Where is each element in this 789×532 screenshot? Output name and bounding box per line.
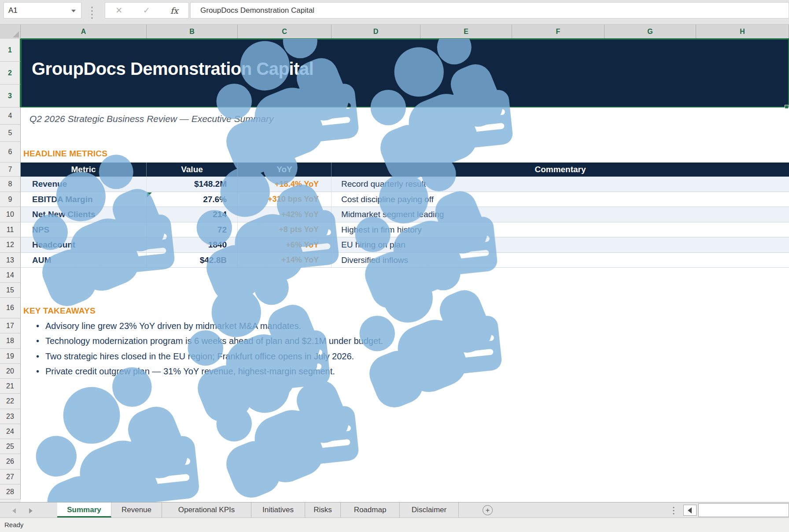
commentary-cell[interactable]: Diversified inflows [332,253,789,267]
column-header-F[interactable]: F [512,25,605,38]
row-header-4[interactable]: 4 [0,107,21,125]
list-item: •Advisory line grew 23% YoY driven by mi… [21,318,789,333]
table-row[interactable]: Revenue$148.2M+18.4% YoYRecord quarterly… [21,177,789,192]
row-header-5[interactable]: 5 [0,125,21,142]
formula-bar-grip[interactable] [91,6,93,19]
row-header-6[interactable]: 6 [0,142,21,163]
commentary-cell[interactable]: Cost discipline paying off [332,192,789,207]
row-header-20[interactable]: 20 [0,364,21,379]
metric-cell[interactable]: EBITDA Margin [21,192,147,207]
row-header-24[interactable]: 24 [0,424,21,439]
row-header-21[interactable]: 21 [0,379,21,394]
table-header-value: Value [147,163,238,177]
selection-border [21,39,789,107]
horizontal-scrollbar[interactable] [698,503,789,517]
yoy-cell[interactable]: +6% YoY [238,237,332,252]
row-header-23[interactable]: 23 [0,409,21,424]
yoy-cell[interactable]: +14% YoY [238,253,332,267]
column-header-A[interactable]: A [21,25,147,38]
row-header-3[interactable]: 3 [0,85,21,107]
value-cell[interactable]: 72 [147,222,238,237]
row-header-2[interactable]: 2 [0,62,21,85]
column-header-B[interactable]: B [147,25,238,38]
commentary-cell[interactable]: Record quarterly result [332,177,789,192]
table-row[interactable]: EBITDA Margin27.6%+310 bps YoYCost disci… [21,192,789,207]
row-header-7[interactable]: 7 [0,163,21,177]
fill-handle[interactable] [785,105,789,109]
row-header-26[interactable]: 26 [0,454,21,469]
row-header-22[interactable]: 22 [0,394,21,409]
name-box-dropdown-icon[interactable] [71,10,76,12]
row-header-12[interactable]: 12 [0,237,21,253]
value-cell[interactable]: $42.8B [147,253,238,267]
value-cell[interactable]: 214 [147,207,238,222]
add-sheet-button[interactable]: + [483,505,493,515]
row-header-16[interactable]: 16 [0,298,21,318]
metric-cell[interactable]: AUM [21,253,147,267]
bullet-icon: • [36,318,39,333]
row-header-17[interactable]: 17 [0,318,21,333]
tab-risks[interactable]: Risks [305,502,341,517]
yoy-cell[interactable]: +310 bps YoY [238,192,332,207]
takeaway-text: Two strategic hires closed in the EU reg… [45,349,354,364]
yoy-cell[interactable]: +18.4% YoY [238,177,332,192]
metric-cell[interactable]: Net New Clients [21,207,147,222]
table-row[interactable]: NPS72+8 pts YoYHighest in firm history [21,222,789,237]
yoy-cell[interactable]: +8 pts YoY [238,222,332,237]
metric-cell[interactable]: Revenue [21,177,147,192]
tab-operational-kpis[interactable]: Operational KPIs [162,502,251,517]
table-header-yoy: YoY [238,163,332,177]
table-row[interactable]: AUM$42.8B+14% YoYDiversified inflows [21,253,789,268]
column-header-E[interactable]: E [420,25,512,38]
hscroll-left-button[interactable] [683,505,697,516]
tab-roadmap[interactable]: Roadmap [341,502,400,517]
commentary-cell[interactable]: Highest in firm history [332,222,789,237]
tabbar-splitter-icon[interactable] [673,506,675,515]
table-row[interactable]: Net New Clients214+42% YoYMidmarket segm… [21,207,789,222]
tab-summary[interactable]: Summary [57,502,111,517]
row-header-28[interactable]: 28 [0,484,21,499]
formula-bar[interactable]: GroupDocs Demonstration Capital [190,2,789,18]
worksheet-grid[interactable]: GroupDocs Demonstration Capital Q2 2026 … [21,39,789,502]
tab-initiatives[interactable]: Initiatives [251,502,305,517]
row-header-13[interactable]: 13 [0,253,21,268]
hscroll-left-arrow-icon [688,507,692,514]
row-header-19[interactable]: 19 [0,349,21,364]
metric-cell[interactable]: NPS [21,222,147,237]
insert-function-icon[interactable]: fx [170,6,178,15]
sheet-tabs: SummaryRevenueOperational KPIsInitiative… [57,502,459,517]
row-header-14[interactable]: 14 [0,268,21,283]
row-header-18[interactable]: 18 [0,333,21,349]
column-header-C[interactable]: C [238,25,332,38]
value-cell[interactable]: $148.2M [147,177,238,192]
enter-icon[interactable]: ✓ [143,5,150,15]
tab-disclaimer[interactable]: Disclaimer [400,502,459,517]
row-header-10[interactable]: 10 [0,207,21,222]
tab-scroll-left-icon[interactable] [12,508,16,514]
select-all-button[interactable] [0,25,21,39]
value-cell[interactable]: 1840 [147,237,238,252]
headline-metrics-label: HEADLINE METRICS [23,149,107,159]
cell-flag-triangle-icon [147,192,152,197]
row-header-15[interactable]: 15 [0,283,21,298]
table-row[interactable]: Headcount1840+6% YoYEU hiring on plan [21,237,789,253]
column-header-G[interactable]: G [605,25,696,38]
commentary-cell[interactable]: EU hiring on plan [332,237,789,252]
row-header-11[interactable]: 11 [0,222,21,237]
tab-scroll-right-icon[interactable] [29,508,33,514]
row-header-27[interactable]: 27 [0,469,21,484]
row-header-8[interactable]: 8 [0,177,21,192]
formula-text: GroupDocs Demonstration Capital [200,3,314,18]
row-header-1[interactable]: 1 [0,39,21,62]
row-header-9[interactable]: 9 [0,192,21,207]
metric-cell[interactable]: Headcount [21,237,147,252]
yoy-cell[interactable]: +42% YoY [238,207,332,222]
column-header-D[interactable]: D [332,25,420,38]
value-cell[interactable]: 27.6% [147,192,238,207]
commentary-cell[interactable]: Midmarket segment leading [332,207,789,222]
column-header-H[interactable]: H [696,25,789,38]
row-header-25[interactable]: 25 [0,439,21,454]
name-box[interactable]: A1 [4,2,81,18]
cancel-icon[interactable]: ✕ [115,5,122,15]
tab-revenue[interactable]: Revenue [111,502,162,517]
